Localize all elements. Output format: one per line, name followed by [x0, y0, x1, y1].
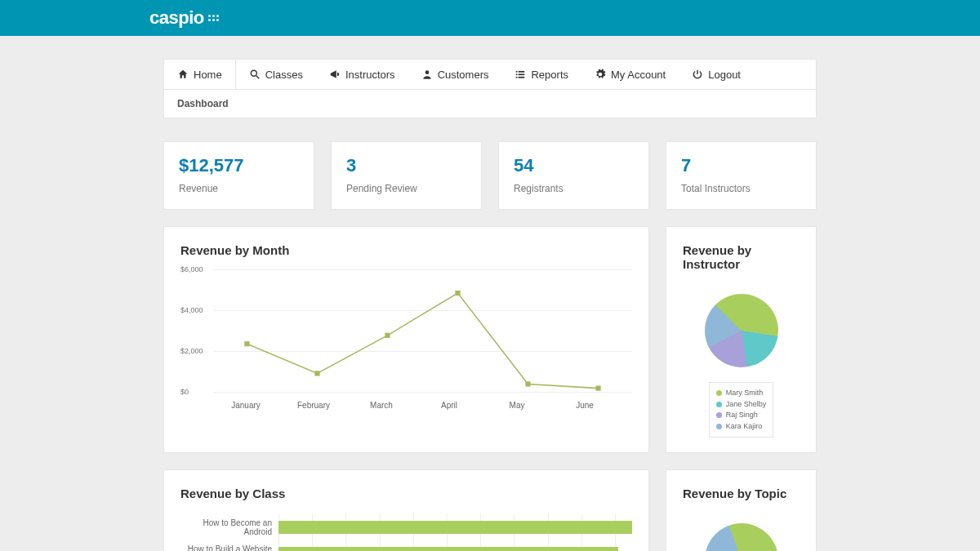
tab-home[interactable]: Home — [163, 59, 236, 89]
y-tick-label: $2,000 — [180, 347, 203, 355]
tab-reports[interactable]: Reports — [501, 60, 581, 89]
tab-classes[interactable]: Classes — [236, 60, 316, 89]
x-tick-label: April — [441, 401, 457, 410]
bar-track — [278, 521, 632, 534]
stats-row: $12,577Revenue3Pending Review54Registran… — [163, 141, 817, 210]
legend: Mary SmithJane ShelbyRaj SinghKara Kajir… — [709, 382, 774, 438]
tab-my-account[interactable]: My Account — [581, 60, 679, 89]
panel-revenue-by-instructor: Revenue by Instructor Mary SmithJane She… — [666, 226, 817, 453]
legend-label: Jane Shelby — [726, 399, 767, 411]
line-chart: $0$2,000$4,000$6,000JanuaryFebruaryMarch… — [180, 267, 632, 410]
brand-logo: caspio — [149, 7, 220, 29]
swatch-icon — [716, 390, 722, 396]
panel-revenue-by-class: Revenue by Class How to Become an Androi… — [163, 469, 649, 551]
svg-line-1 — [256, 76, 259, 79]
swatch-icon — [716, 412, 722, 418]
x-tick-label: January — [231, 401, 261, 410]
stat-card: 7Total Instructors — [666, 141, 817, 210]
svg-rect-12 — [385, 333, 390, 338]
x-tick-label: March — [370, 401, 393, 410]
legend-label: Mary Smith — [726, 388, 764, 399]
panel-title: Revenue by Month — [180, 243, 632, 257]
brand-dots-icon — [207, 14, 220, 22]
brand-text: caspio — [149, 7, 204, 29]
power-icon — [692, 69, 703, 80]
pie-chart — [705, 294, 778, 367]
stat-label: Pending Review — [346, 183, 466, 194]
stat-label: Registrants — [514, 183, 634, 194]
swatch-icon — [716, 402, 722, 407]
stat-card: 3Pending Review — [331, 141, 482, 210]
svg-rect-7 — [516, 77, 518, 78]
bar-row: How to Become an Android — [180, 518, 632, 536]
tab-label: My Account — [611, 69, 666, 81]
legend-item: Kara Kajiro — [716, 421, 767, 433]
svg-rect-5 — [516, 73, 518, 75]
y-tick-label: $6,000 — [180, 265, 203, 273]
svg-rect-10 — [244, 341, 249, 346]
bar-chart: How to Become an AndroidHow to Build a W… — [180, 518, 632, 551]
stat-card: $12,577Revenue — [163, 141, 314, 210]
stat-value: $12,577 — [179, 155, 299, 176]
main-nav: HomeClassesInstructorsCustomersReportsMy… — [163, 59, 817, 90]
gear-icon — [595, 69, 606, 80]
legend-label: Kara Kajiro — [726, 421, 763, 433]
tab-label: Home — [194, 69, 222, 81]
megaphone-icon — [329, 69, 341, 80]
person-icon — [421, 69, 433, 80]
stat-value: 54 — [514, 155, 634, 176]
tab-label: Reports — [531, 69, 568, 81]
panel-title: Revenue by Instructor — [683, 243, 800, 271]
stat-value: 3 — [346, 155, 466, 176]
y-tick-label: $0 — [180, 388, 189, 396]
bar-row: How to Build a Website Us — [180, 544, 632, 551]
svg-rect-8 — [519, 77, 525, 78]
legend-item: Mary Smith — [716, 388, 767, 399]
panel-title: Revenue by Class — [180, 487, 632, 500]
list-icon — [514, 69, 526, 80]
tab-label: Classes — [265, 69, 303, 81]
app-header: caspio — [0, 0, 980, 36]
bar-fill — [278, 547, 618, 551]
tab-label: Customers — [438, 69, 489, 81]
svg-rect-6 — [519, 73, 525, 75]
panel-revenue-by-month: Revenue by Month $0$2,000$4,000$6,000Jan… — [163, 226, 649, 453]
stat-value: 7 — [681, 155, 801, 176]
tab-instructors[interactable]: Instructors — [316, 60, 408, 89]
tab-customers[interactable]: Customers — [408, 60, 502, 89]
svg-point-0 — [251, 70, 256, 76]
x-tick-label: June — [576, 401, 594, 410]
svg-rect-13 — [455, 291, 460, 295]
legend-item: Raj Singh — [716, 410, 767, 421]
svg-rect-11 — [314, 371, 319, 375]
stat-card: 54Registrants — [498, 141, 649, 210]
svg-point-2 — [425, 70, 429, 74]
svg-rect-4 — [519, 71, 525, 73]
svg-rect-3 — [516, 71, 518, 73]
stat-label: Total Instructors — [681, 183, 801, 194]
stat-label: Revenue — [179, 183, 299, 194]
search-icon — [249, 69, 261, 80]
breadcrumb: Dashboard — [163, 90, 817, 118]
panel-revenue-by-topic: Revenue by Topic — [666, 469, 817, 551]
home-icon — [177, 69, 189, 80]
tab-label: Logout — [708, 69, 741, 81]
swatch-icon — [716, 424, 722, 429]
bar-track — [278, 547, 632, 551]
legend-label: Raj Singh — [726, 410, 758, 421]
svg-rect-15 — [595, 385, 600, 390]
svg-rect-14 — [525, 381, 530, 386]
tab-label: Instructors — [345, 69, 395, 81]
y-tick-label: $4,000 — [180, 306, 203, 314]
legend-item: Jane Shelby — [716, 399, 767, 411]
panel-title: Revenue by Topic — [683, 487, 800, 500]
tab-logout[interactable]: Logout — [679, 60, 754, 89]
bar-fill — [278, 521, 632, 534]
bar-label: How to Become an Android — [180, 518, 278, 536]
bar-label: How to Build a Website Us — [180, 544, 278, 551]
x-tick-label: February — [297, 401, 330, 410]
pie-chart — [705, 523, 778, 551]
x-tick-label: May — [510, 401, 525, 410]
